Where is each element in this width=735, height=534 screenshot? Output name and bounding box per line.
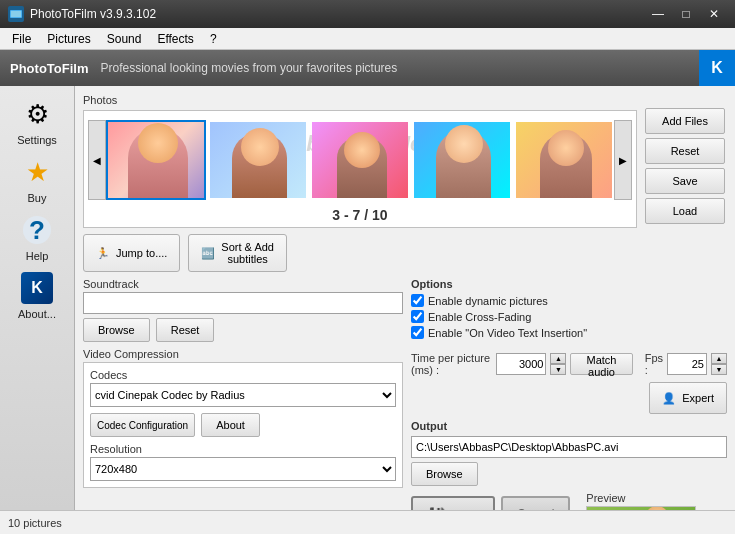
photo-thumb-3[interactable] — [310, 120, 410, 200]
side-buttons: Add Files Reset Save Load — [645, 108, 727, 224]
match-audio-button[interactable]: Match audio — [570, 353, 632, 375]
close-button[interactable]: ✕ — [701, 4, 727, 24]
photos-label: Photos — [83, 94, 637, 106]
jump-label: Jump to.... — [116, 247, 167, 259]
soundtrack-label: Soundtrack — [83, 278, 403, 290]
add-files-button[interactable]: Add Files — [645, 108, 725, 134]
video-compression-section: Video Compression Codecs cvid Cinepak Co… — [83, 348, 403, 488]
menu-help[interactable]: ? — [202, 30, 225, 48]
app-icon — [8, 6, 24, 22]
save-button[interactable]: Save — [645, 168, 725, 194]
jump-icon: 🏃 — [96, 247, 110, 260]
fps-input[interactable] — [667, 353, 707, 375]
menu-sound[interactable]: Sound — [99, 30, 150, 48]
reset-soundtrack-button[interactable]: Reset — [156, 318, 215, 342]
about-codec-button[interactable]: About — [201, 413, 260, 437]
app-logo: PhotoToFilm — [10, 61, 88, 76]
preview-image: 🌿 — [586, 506, 696, 510]
preview-label: Preview — [586, 492, 696, 504]
output-label: Output — [411, 420, 727, 432]
fps-label: Fps : — [645, 352, 663, 376]
go-label: Go ! — [451, 507, 477, 511]
cross-fading-label: Enable Cross-Fading — [428, 311, 531, 323]
go-cancel-preview-row: 💾 Go ! Cancel Preview — [411, 492, 727, 510]
resolution-section: Resolution 720x480 — [90, 443, 396, 481]
fps-down-button[interactable]: ▼ — [711, 364, 727, 375]
photos-container-box: AbbasPC.Net ◀ — [83, 110, 637, 228]
resolution-label: Resolution — [90, 443, 396, 455]
soundtrack-buttons: Browse Reset — [83, 318, 403, 342]
sidebar-item-about[interactable]: K About... — [5, 268, 70, 324]
left-column: Soundtrack Browse Reset Video Compressio… — [83, 278, 403, 510]
gear-icon: ⚙ — [21, 98, 53, 130]
soundtrack-section: Soundtrack Browse Reset — [83, 278, 403, 342]
maximize-button[interactable]: □ — [673, 4, 699, 24]
go-icon: 💾 — [429, 507, 445, 511]
menu-effects[interactable]: Effects — [149, 30, 201, 48]
time-label: Time per picture (ms) : — [411, 352, 492, 376]
cancel-button[interactable]: Cancel — [501, 496, 570, 510]
time-input[interactable] — [496, 353, 546, 375]
app-header: PhotoToFilm Professional looking movies … — [0, 50, 735, 86]
sort-subtitles-button[interactable]: 🔤 Sort & Add subtitles — [188, 234, 287, 272]
about-icon: K — [21, 272, 53, 304]
time-spinners: ▲ ▼ — [550, 353, 566, 375]
photo-thumb-1[interactable] — [106, 120, 206, 200]
expert-row: 👤 Expert — [411, 382, 727, 414]
content-area: Photos AbbasPC.Net ◀ — [75, 86, 735, 510]
time-expert-row: Time per picture (ms) : ▲ ▼ Match audio … — [411, 348, 727, 376]
sidebar: ⚙ Settings ★ Buy ? Help K About... — [0, 86, 75, 510]
menu-file[interactable]: File — [4, 30, 39, 48]
right-column: Options Enable dynamic pictures Enable C… — [411, 278, 727, 510]
photo-thumb-5[interactable] — [514, 120, 614, 200]
options-label: Options — [411, 278, 727, 290]
output-path-input[interactable] — [411, 436, 727, 458]
video-compression-box: Codecs cvid Cinepak Codec by Radius Code… — [83, 362, 403, 488]
sidebar-item-settings[interactable]: ⚙ Settings — [5, 94, 70, 150]
photos-prev-button[interactable]: ◀ — [88, 120, 106, 200]
preview-section: Preview 🌿 — [586, 492, 696, 510]
menu-pictures[interactable]: Pictures — [39, 30, 98, 48]
reset-button[interactable]: Reset — [645, 138, 725, 164]
options-section: Options Enable dynamic pictures Enable C… — [411, 278, 727, 342]
sidebar-item-buy[interactable]: ★ Buy — [5, 152, 70, 208]
sidebar-item-help[interactable]: ? Help — [5, 210, 70, 266]
load-button[interactable]: Load — [645, 198, 725, 224]
soundtrack-input[interactable] — [83, 292, 403, 314]
option-dynamic-pictures: Enable dynamic pictures — [411, 294, 727, 307]
two-col-layout: Soundtrack Browse Reset Video Compressio… — [83, 278, 727, 510]
help-label: Help — [26, 250, 49, 262]
expert-button[interactable]: 👤 Expert — [649, 382, 727, 414]
photo-thumb-2[interactable] — [208, 120, 308, 200]
menu-bar: File Pictures Sound Effects ? — [0, 28, 735, 50]
browse-soundtrack-button[interactable]: Browse — [83, 318, 150, 342]
app-subtitle: Professional looking movies from your fa… — [100, 61, 397, 75]
browse-output-button[interactable]: Browse — [411, 462, 478, 486]
window-controls: — □ ✕ — [645, 4, 727, 24]
star-icon: ★ — [21, 156, 53, 188]
go-button[interactable]: 💾 Go ! — [411, 496, 495, 510]
output-section: Output Browse — [411, 420, 727, 486]
photos-panel: Photos AbbasPC.Net ◀ — [83, 94, 637, 228]
text-insertion-checkbox[interactable] — [411, 326, 424, 339]
sort-icon: 🔤 — [201, 247, 215, 260]
codecs-select[interactable]: cvid Cinepak Codec by Radius — [90, 383, 396, 407]
status-bar: 10 pictures — [0, 510, 735, 534]
jump-to-button[interactable]: 🏃 Jump to.... — [83, 234, 180, 272]
status-text: 10 pictures — [8, 517, 62, 529]
dynamic-pictures-checkbox[interactable] — [411, 294, 424, 307]
time-down-button[interactable]: ▼ — [550, 364, 566, 375]
fps-up-button[interactable]: ▲ — [711, 353, 727, 364]
sort-label: Sort & Add subtitles — [221, 241, 274, 265]
codec-config-button[interactable]: Codec Configuration — [90, 413, 195, 437]
go-cancel-col: 💾 Go ! Cancel — [411, 492, 570, 510]
time-up-button[interactable]: ▲ — [550, 353, 566, 364]
resolution-select[interactable]: 720x480 — [90, 457, 396, 481]
photos-next-button[interactable]: ▶ — [614, 120, 632, 200]
action-buttons-row: 🏃 Jump to.... 🔤 Sort & Add subtitles — [83, 234, 727, 272]
video-compression-label: Video Compression — [83, 348, 403, 360]
cross-fading-checkbox[interactable] — [411, 310, 424, 323]
minimize-button[interactable]: — — [645, 4, 671, 24]
photo-thumb-4[interactable] — [412, 120, 512, 200]
svg-rect-2 — [11, 11, 21, 17]
